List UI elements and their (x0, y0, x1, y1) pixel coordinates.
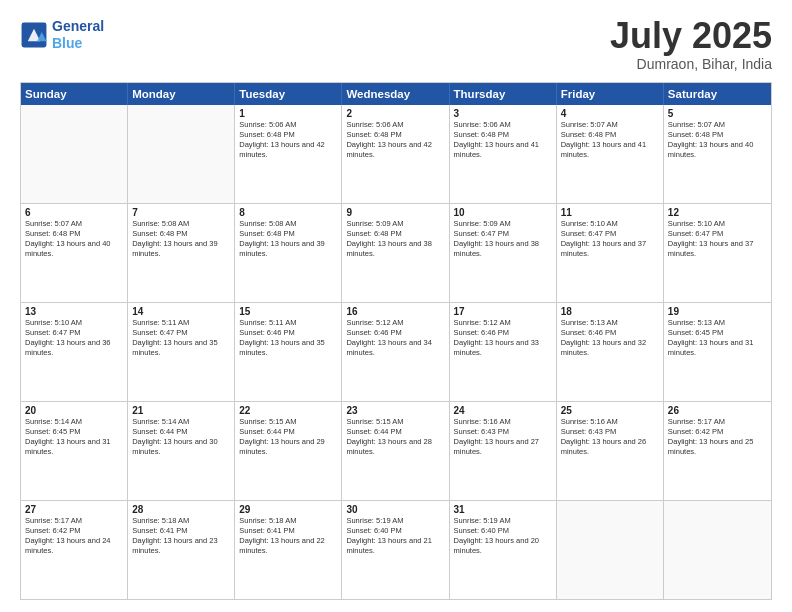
cal-cell-2-6: 19Sunrise: 5:13 AMSunset: 6:45 PMDayligh… (664, 303, 771, 401)
day-number: 8 (239, 207, 337, 218)
cell-daylight-info: Sunrise: 5:13 AMSunset: 6:45 PMDaylight:… (668, 318, 767, 359)
cal-cell-0-5: 4Sunrise: 5:07 AMSunset: 6:48 PMDaylight… (557, 105, 664, 203)
cal-cell-3-3: 23Sunrise: 5:15 AMSunset: 6:44 PMDayligh… (342, 402, 449, 500)
day-number: 5 (668, 108, 767, 119)
cal-cell-2-1: 14Sunrise: 5:11 AMSunset: 6:47 PMDayligh… (128, 303, 235, 401)
cal-cell-4-2: 29Sunrise: 5:18 AMSunset: 6:41 PMDayligh… (235, 501, 342, 599)
calendar-body: 1Sunrise: 5:06 AMSunset: 6:48 PMDaylight… (21, 105, 771, 599)
cal-cell-0-6: 5Sunrise: 5:07 AMSunset: 6:48 PMDaylight… (664, 105, 771, 203)
cal-cell-3-5: 25Sunrise: 5:16 AMSunset: 6:43 PMDayligh… (557, 402, 664, 500)
cell-daylight-info: Sunrise: 5:08 AMSunset: 6:48 PMDaylight:… (239, 219, 337, 260)
cell-daylight-info: Sunrise: 5:11 AMSunset: 6:47 PMDaylight:… (132, 318, 230, 359)
logo-icon (20, 21, 48, 49)
cell-daylight-info: Sunrise: 5:07 AMSunset: 6:48 PMDaylight:… (668, 120, 767, 161)
cell-daylight-info: Sunrise: 5:18 AMSunset: 6:41 PMDaylight:… (239, 516, 337, 557)
cal-cell-2-2: 15Sunrise: 5:11 AMSunset: 6:46 PMDayligh… (235, 303, 342, 401)
day-number: 9 (346, 207, 444, 218)
title-block: July 2025 Dumraon, Bihar, India (610, 18, 772, 72)
cal-cell-4-1: 28Sunrise: 5:18 AMSunset: 6:41 PMDayligh… (128, 501, 235, 599)
day-number: 19 (668, 306, 767, 317)
cell-daylight-info: Sunrise: 5:06 AMSunset: 6:48 PMDaylight:… (239, 120, 337, 161)
cal-cell-2-4: 17Sunrise: 5:12 AMSunset: 6:46 PMDayligh… (450, 303, 557, 401)
cal-cell-0-1 (128, 105, 235, 203)
cell-daylight-info: Sunrise: 5:16 AMSunset: 6:43 PMDaylight:… (561, 417, 659, 458)
cal-cell-1-3: 9Sunrise: 5:09 AMSunset: 6:48 PMDaylight… (342, 204, 449, 302)
day-number: 16 (346, 306, 444, 317)
cal-cell-1-5: 11Sunrise: 5:10 AMSunset: 6:47 PMDayligh… (557, 204, 664, 302)
cal-cell-3-2: 22Sunrise: 5:15 AMSunset: 6:44 PMDayligh… (235, 402, 342, 500)
cell-daylight-info: Sunrise: 5:15 AMSunset: 6:44 PMDaylight:… (239, 417, 337, 458)
day-number: 11 (561, 207, 659, 218)
cell-daylight-info: Sunrise: 5:07 AMSunset: 6:48 PMDaylight:… (25, 219, 123, 260)
cell-daylight-info: Sunrise: 5:18 AMSunset: 6:41 PMDaylight:… (132, 516, 230, 557)
page: General Blue July 2025 Dumraon, Bihar, I… (0, 0, 792, 612)
cell-daylight-info: Sunrise: 5:11 AMSunset: 6:46 PMDaylight:… (239, 318, 337, 359)
cal-cell-1-1: 7Sunrise: 5:08 AMSunset: 6:48 PMDaylight… (128, 204, 235, 302)
day-number: 25 (561, 405, 659, 416)
cal-cell-3-0: 20Sunrise: 5:14 AMSunset: 6:45 PMDayligh… (21, 402, 128, 500)
cal-cell-3-4: 24Sunrise: 5:16 AMSunset: 6:43 PMDayligh… (450, 402, 557, 500)
week-row-4: 27Sunrise: 5:17 AMSunset: 6:42 PMDayligh… (21, 501, 771, 599)
header-tuesday: Tuesday (235, 83, 342, 105)
cell-daylight-info: Sunrise: 5:17 AMSunset: 6:42 PMDaylight:… (668, 417, 767, 458)
day-number: 15 (239, 306, 337, 317)
cell-daylight-info: Sunrise: 5:14 AMSunset: 6:45 PMDaylight:… (25, 417, 123, 458)
cal-cell-4-4: 31Sunrise: 5:19 AMSunset: 6:40 PMDayligh… (450, 501, 557, 599)
week-row-2: 13Sunrise: 5:10 AMSunset: 6:47 PMDayligh… (21, 303, 771, 402)
week-row-3: 20Sunrise: 5:14 AMSunset: 6:45 PMDayligh… (21, 402, 771, 501)
day-number: 30 (346, 504, 444, 515)
cell-daylight-info: Sunrise: 5:14 AMSunset: 6:44 PMDaylight:… (132, 417, 230, 458)
cell-daylight-info: Sunrise: 5:08 AMSunset: 6:48 PMDaylight:… (132, 219, 230, 260)
cell-daylight-info: Sunrise: 5:06 AMSunset: 6:48 PMDaylight:… (454, 120, 552, 161)
day-number: 29 (239, 504, 337, 515)
cell-daylight-info: Sunrise: 5:10 AMSunset: 6:47 PMDaylight:… (25, 318, 123, 359)
day-number: 4 (561, 108, 659, 119)
day-number: 2 (346, 108, 444, 119)
day-number: 22 (239, 405, 337, 416)
day-number: 12 (668, 207, 767, 218)
cal-cell-2-5: 18Sunrise: 5:13 AMSunset: 6:46 PMDayligh… (557, 303, 664, 401)
day-number: 24 (454, 405, 552, 416)
cal-cell-1-4: 10Sunrise: 5:09 AMSunset: 6:47 PMDayligh… (450, 204, 557, 302)
month-title: July 2025 (610, 18, 772, 54)
cell-daylight-info: Sunrise: 5:16 AMSunset: 6:43 PMDaylight:… (454, 417, 552, 458)
calendar-header: Sunday Monday Tuesday Wednesday Thursday… (21, 83, 771, 105)
day-number: 10 (454, 207, 552, 218)
day-number: 6 (25, 207, 123, 218)
week-row-0: 1Sunrise: 5:06 AMSunset: 6:48 PMDaylight… (21, 105, 771, 204)
day-number: 3 (454, 108, 552, 119)
day-number: 23 (346, 405, 444, 416)
day-number: 26 (668, 405, 767, 416)
cell-daylight-info: Sunrise: 5:10 AMSunset: 6:47 PMDaylight:… (561, 219, 659, 260)
cal-cell-4-3: 30Sunrise: 5:19 AMSunset: 6:40 PMDayligh… (342, 501, 449, 599)
cal-cell-0-4: 3Sunrise: 5:06 AMSunset: 6:48 PMDaylight… (450, 105, 557, 203)
cal-cell-4-6 (664, 501, 771, 599)
cal-cell-4-5 (557, 501, 664, 599)
cell-daylight-info: Sunrise: 5:10 AMSunset: 6:47 PMDaylight:… (668, 219, 767, 260)
cell-daylight-info: Sunrise: 5:19 AMSunset: 6:40 PMDaylight:… (454, 516, 552, 557)
header-saturday: Saturday (664, 83, 771, 105)
calendar: Sunday Monday Tuesday Wednesday Thursday… (20, 82, 772, 600)
header-friday: Friday (557, 83, 664, 105)
day-number: 17 (454, 306, 552, 317)
day-number: 13 (25, 306, 123, 317)
day-number: 14 (132, 306, 230, 317)
day-number: 18 (561, 306, 659, 317)
cell-daylight-info: Sunrise: 5:13 AMSunset: 6:46 PMDaylight:… (561, 318, 659, 359)
day-number: 31 (454, 504, 552, 515)
cal-cell-1-6: 12Sunrise: 5:10 AMSunset: 6:47 PMDayligh… (664, 204, 771, 302)
cal-cell-0-3: 2Sunrise: 5:06 AMSunset: 6:48 PMDaylight… (342, 105, 449, 203)
header: General Blue July 2025 Dumraon, Bihar, I… (20, 18, 772, 72)
cell-daylight-info: Sunrise: 5:12 AMSunset: 6:46 PMDaylight:… (454, 318, 552, 359)
cal-cell-2-0: 13Sunrise: 5:10 AMSunset: 6:47 PMDayligh… (21, 303, 128, 401)
cell-daylight-info: Sunrise: 5:17 AMSunset: 6:42 PMDaylight:… (25, 516, 123, 557)
cell-daylight-info: Sunrise: 5:07 AMSunset: 6:48 PMDaylight:… (561, 120, 659, 161)
cal-cell-3-6: 26Sunrise: 5:17 AMSunset: 6:42 PMDayligh… (664, 402, 771, 500)
cell-daylight-info: Sunrise: 5:09 AMSunset: 6:47 PMDaylight:… (454, 219, 552, 260)
location: Dumraon, Bihar, India (610, 56, 772, 72)
day-number: 27 (25, 504, 123, 515)
cell-daylight-info: Sunrise: 5:15 AMSunset: 6:44 PMDaylight:… (346, 417, 444, 458)
day-number: 1 (239, 108, 337, 119)
week-row-1: 6Sunrise: 5:07 AMSunset: 6:48 PMDaylight… (21, 204, 771, 303)
cal-cell-3-1: 21Sunrise: 5:14 AMSunset: 6:44 PMDayligh… (128, 402, 235, 500)
